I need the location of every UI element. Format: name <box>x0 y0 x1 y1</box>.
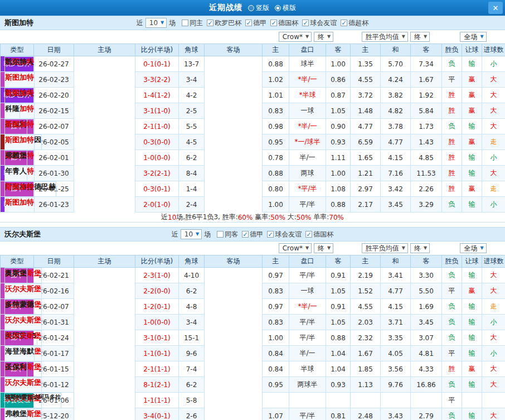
filter-checkbox[interactable]: ✓德甲 <box>245 18 266 28</box>
odds-stage-select[interactable]: 终 ▼ <box>314 243 333 253</box>
chevron-down-icon: ▼ <box>327 35 331 39</box>
odds-draw: 3.82 <box>381 88 411 103</box>
handicap-home-odds: 0.78 <box>263 150 289 166</box>
checkbox-checked-icon: ✓ <box>242 231 249 238</box>
summary-segment: 10 <box>168 214 176 221</box>
handicap-line: 两球半 <box>289 377 326 393</box>
layout-horizontal-radio[interactable]: 横版 <box>275 3 296 13</box>
handicap-away-odds: 0.91 <box>326 268 351 283</box>
odds-draw: 4.82 <box>381 103 411 119</box>
near-label: 近 <box>172 230 178 239</box>
col-type: 类型 <box>1 44 34 56</box>
match-score: 1-1(0-1) <box>135 346 179 361</box>
odds-home-win: 1.35 <box>351 56 381 72</box>
match-score: 0-3(0-1) <box>135 181 179 197</box>
result-outcome: 胜 <box>442 103 462 119</box>
corner-count: 4-10 <box>179 268 205 283</box>
scope-select[interactable]: 全场 ▼ <box>460 243 486 253</box>
odds-away-win: 4.33 <box>411 361 442 377</box>
avg-type-select[interactable]: 胜平负均值 ▼ <box>362 243 408 253</box>
handicap-line: 平/半 <box>289 408 326 420</box>
result-handicap: 输 <box>462 377 482 393</box>
result-outcome: 负 <box>442 408 462 420</box>
handicap-home-odds: 0.88 <box>263 56 289 72</box>
filter-checkbox[interactable]: 同客 <box>217 230 238 239</box>
odds-home-win: 2.32 <box>351 330 381 346</box>
filter-checkbox[interactable]: ✓球会友谊 <box>267 230 302 239</box>
result-goals: 大 <box>482 88 505 103</box>
corner-count: 6-2 <box>179 150 205 166</box>
avg-type-select[interactable]: 胜平负均值 ▼ <box>362 32 408 42</box>
away-team: 多特蒙德 <box>4 299 35 315</box>
match-score: 1-4(1-2) <box>135 88 179 103</box>
away-team: 海登海默 <box>4 346 35 361</box>
result-handicap: 输 <box>462 299 482 315</box>
odds-draw: 3.41 <box>381 268 411 283</box>
avg-stage-select[interactable]: 终 ▼ <box>410 32 430 42</box>
odds-draw: 5.70 <box>381 56 411 72</box>
odds-company-select[interactable]: Crow* ▼ <box>279 243 312 253</box>
odds-stage-value: 终 <box>318 32 324 42</box>
odds-home-win: 1.21 <box>351 166 381 181</box>
corner-count: 13-7 <box>179 56 205 72</box>
result-handicap: 输 <box>462 268 482 283</box>
filter-checkbox[interactable]: 同主 <box>182 18 203 28</box>
odds-home-win: 1.13 <box>351 377 381 393</box>
col-win: 主 <box>351 44 381 56</box>
match-date: 26-02-07 <box>34 119 74 134</box>
odds-draw <box>381 393 411 408</box>
handicap-line: *半/一 <box>289 299 326 315</box>
layout-vertical-radio[interactable]: 竖版 <box>248 3 269 13</box>
checkbox-label: 球会友谊 <box>275 230 302 239</box>
match-count-value: 10 <box>184 230 193 238</box>
match-count-select[interactable]: 10 ▼ <box>181 229 202 239</box>
odds-select-row: Crow* ▼ 终 ▼ 胜平负均值 ▼ 终 ▼ 全场 ▼ <box>0 30 505 44</box>
result-handicap: 输 <box>462 330 482 346</box>
handicap-line: 半球 <box>289 361 326 377</box>
close-button[interactable]: ✕ <box>488 2 503 14</box>
corner-count: 2-6 <box>179 408 205 420</box>
handicap-away-odds: 0.91 <box>326 299 351 315</box>
handicap-line: 两球 <box>289 166 326 181</box>
filter-checkbox[interactable]: ✓德国杯 <box>305 230 333 239</box>
result-goals <box>482 393 505 408</box>
result-outcome: 负 <box>442 377 462 393</box>
away-team: 弗赖堡 <box>4 408 27 420</box>
handicap-home-odds: 0.95 <box>263 377 289 393</box>
handicap-away-odds: 1.05 <box>326 315 351 330</box>
handicap-away-odds: 0.81 <box>326 408 351 420</box>
result-goals: 大 <box>482 119 505 134</box>
filter-checkbox[interactable]: ✓德国杯 <box>270 18 298 28</box>
col-let: 让球 <box>462 44 482 56</box>
handicap-away-odds: 1.00 <box>326 56 351 72</box>
team-header-bar: 沃尔夫斯堡 近 10 ▼ 场 同客✓德甲✓球会友谊✓德国杯 <box>0 227 505 242</box>
result-handicap: 赢 <box>462 103 482 119</box>
avg-stage-select[interactable]: 终 ▼ <box>410 243 430 253</box>
col-draw: 和 <box>381 44 411 56</box>
odds-draw: 4.05 <box>381 346 411 361</box>
scope-select[interactable]: 全场 ▼ <box>460 32 486 42</box>
corner-count: 3-4 <box>179 315 205 330</box>
odds-away-win: 1.67 <box>411 72 442 88</box>
odds-stage-select[interactable]: 终 ▼ <box>314 32 333 42</box>
league-filter-checkboxes: 同主✓欧罗巴杯✓德甲✓德国杯✓球会友谊✓德超杯 <box>178 18 368 28</box>
summary-segment: 场,胜6平1负3, 胜率: <box>176 213 237 222</box>
handicap-line: *半/一 <box>289 72 326 88</box>
match-count-select[interactable]: 10 ▼ <box>145 18 167 28</box>
filter-checkbox[interactable]: ✓德超杯 <box>341 18 368 28</box>
odds-company-select[interactable]: Crow* ▼ <box>279 32 312 42</box>
result-handicap: 输 <box>462 315 482 330</box>
match-row: 球会友谊26-01-06沃尔夫斯堡1-1(1-1)5-8埃斯特雷拉达阿马多拉平 <box>1 393 505 408</box>
avg-select-group: 胜平负均值 ▼ 终 ▼ <box>350 243 441 253</box>
match-date: 26-02-27 <box>34 56 74 72</box>
corner-count: 8-4 <box>179 166 205 181</box>
match-score: 2-2(0-0) <box>135 283 179 299</box>
filter-checkbox[interactable]: ✓欧罗巴杯 <box>207 18 241 28</box>
filter-checkbox[interactable]: ✓德甲 <box>242 230 263 239</box>
odds-away-win: 4.85 <box>411 150 442 166</box>
handicap-line <box>289 393 326 408</box>
match-row: 德甲26-01-17沃尔夫斯堡1-1(0-1)9-6海登海默0.84半/一1.0… <box>1 346 505 361</box>
result-handicap: 赢 <box>462 88 482 103</box>
filter-checkbox[interactable]: ✓球会友谊 <box>302 18 337 28</box>
away-team: 沃尔夫斯堡 <box>4 330 42 346</box>
